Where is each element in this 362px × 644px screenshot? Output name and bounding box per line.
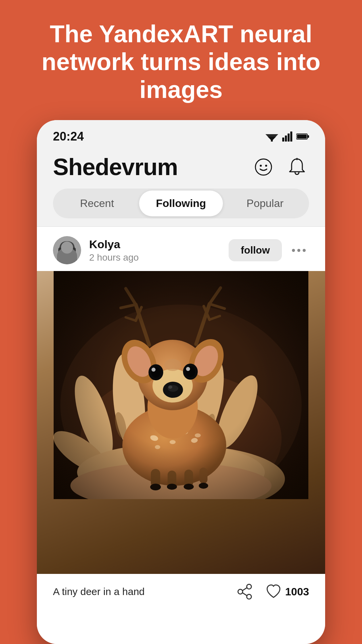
- svg-rect-6: [288, 133, 290, 142]
- dot-2: [297, 249, 300, 252]
- avatar-image: [53, 236, 81, 264]
- svg-line-86: [242, 593, 247, 596]
- svg-point-13: [265, 165, 267, 167]
- share-button[interactable]: [236, 583, 253, 600]
- svg-rect-19: [72, 248, 76, 253]
- dot-3: [303, 249, 306, 252]
- more-options-button[interactable]: [289, 246, 309, 255]
- svg-rect-10: [297, 135, 307, 139]
- signal-icon: [282, 131, 292, 142]
- tab-recent[interactable]: Recent: [55, 191, 139, 216]
- tab-popular[interactable]: Popular: [223, 191, 307, 216]
- post-footer: A tiny deer in a hand: [37, 574, 325, 609]
- svg-rect-81: [54, 271, 308, 499]
- status-time: 20:24: [53, 129, 84, 144]
- svg-point-12: [260, 165, 262, 167]
- svg-point-21: [68, 248, 70, 250]
- phone-wrapper: 20:24: [37, 120, 325, 644]
- deer-illustration: [37, 271, 325, 499]
- tabs-container: Recent Following Popular: [37, 189, 325, 226]
- follow-button[interactable]: follow: [229, 239, 282, 261]
- post-caption: A tiny deer in a hand: [53, 586, 230, 597]
- wifi-icon: [265, 131, 278, 142]
- post-username: Kolya: [89, 238, 221, 251]
- profile-icon-button[interactable]: [251, 155, 276, 179]
- phone-frame: 20:24: [37, 120, 325, 644]
- status-icons: [265, 131, 309, 142]
- svg-rect-4: [282, 138, 284, 142]
- like-button[interactable]: 1003: [265, 583, 309, 600]
- svg-point-82: [247, 584, 251, 589]
- svg-rect-7: [290, 131, 292, 142]
- post-actions: follow: [229, 239, 309, 261]
- app-header: Shedevrum: [37, 147, 325, 189]
- svg-point-84: [247, 594, 251, 599]
- post-header: Kolya 2 hours ago follow: [37, 227, 325, 271]
- svg-rect-9: [307, 135, 309, 138]
- like-count: 1003: [285, 586, 309, 598]
- post-time: 2 hours ago: [89, 252, 221, 263]
- svg-line-85: [242, 588, 247, 591]
- svg-point-15: [53, 236, 81, 264]
- tab-following[interactable]: Following: [139, 191, 223, 216]
- smiley-face-icon: [254, 158, 273, 176]
- svg-point-20: [64, 248, 66, 250]
- post-user-info: Kolya 2 hours ago: [89, 238, 221, 263]
- notification-icon-button[interactable]: [285, 155, 309, 179]
- tabs: Recent Following Popular: [53, 189, 309, 218]
- share-icon: [236, 583, 253, 600]
- headline-text: The YandexART neural network turns ideas…: [0, 0, 362, 120]
- post-image[interactable]: [37, 271, 325, 574]
- app-title: Shedevrum: [53, 154, 178, 180]
- content-area: Kolya 2 hours ago follow: [37, 227, 325, 644]
- heart-icon: [265, 583, 282, 600]
- dot-1: [292, 249, 295, 252]
- svg-rect-18: [58, 248, 62, 253]
- svg-point-11: [255, 159, 272, 175]
- status-bar: 20:24: [37, 120, 325, 147]
- header-icons: [251, 155, 309, 179]
- svg-point-83: [238, 589, 243, 594]
- battery-icon: [296, 133, 309, 140]
- svg-rect-5: [285, 136, 287, 142]
- svg-point-17: [60, 242, 74, 256]
- user-avatar[interactable]: [53, 236, 81, 264]
- svg-point-16: [58, 253, 76, 264]
- footer-actions: 1003: [236, 583, 309, 600]
- bell-icon: [288, 158, 306, 176]
